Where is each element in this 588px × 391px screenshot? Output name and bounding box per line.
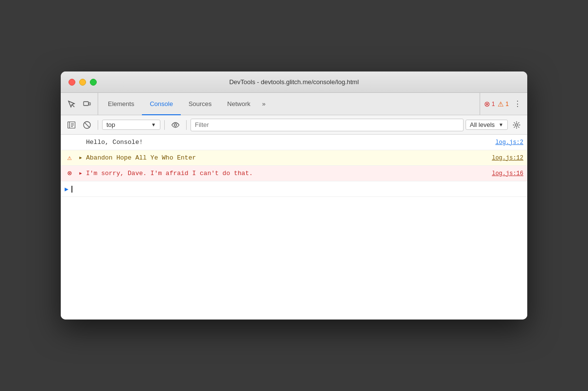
live-expressions-button[interactable] [169,118,182,132]
warning-row-icon: ⚠ [65,153,74,163]
error-source-link[interactable]: log.js:16 [492,170,523,177]
devtools-window: DevTools - devtools.glitch.me/console/lo… [61,71,527,320]
warning-message: Abandon Hope All Ye Who Enter [86,154,488,161]
svg-point-11 [516,124,518,126]
console-input-row[interactable]: ▶ [61,181,527,197]
warning-source-link[interactable]: log.js:12 [492,155,523,161]
filter-input[interactable] [190,119,464,131]
traffic-lights [69,79,97,86]
svg-line-0 [72,105,74,107]
console-output: Hello, Console! log.js:2 ⚠ ▶ Abandon Hop… [61,135,527,320]
show-sidebar-button[interactable] [65,118,78,132]
info-expand [77,139,84,146]
svg-rect-2 [89,103,90,105]
tab-elements[interactable]: Elements [100,93,142,115]
svg-rect-1 [84,102,88,106]
console-row-info: Hello, Console! log.js:2 [61,135,527,150]
info-source-link[interactable]: log.js:2 [495,139,523,146]
console-toolbar: top ▼ All levels ▼ [61,115,527,135]
error-message: I'm sorry, Dave. I'm afraid I can't do t… [86,170,488,177]
svg-point-10 [174,124,177,126]
tab-sources[interactable]: Sources [181,93,220,115]
title-bar: DevTools - devtools.glitch.me/console/lo… [61,71,527,93]
tab-bar-tools [65,93,98,115]
error-count-badge: ⊗ 1 [484,100,495,108]
more-options-button[interactable]: ⋮ [512,97,523,110]
javascript-context-select[interactable]: top ▼ [102,120,160,130]
error-expand[interactable]: ▶ [77,170,84,177]
tab-console[interactable]: Console [142,93,181,115]
window-title: DevTools - devtools.glitch.me/console/lo… [229,78,359,86]
error-row-icon: ⊗ [65,169,74,178]
tab-network[interactable]: Network [220,93,259,115]
prompt-chevron-icon: ▶ [65,185,69,193]
input-cursor [71,186,72,193]
warning-count-badge: ⚠ 1 [498,100,509,108]
warning-expand[interactable]: ▶ [77,155,84,161]
maximize-button[interactable] [90,79,97,86]
main-tabs: Elements Console Sources Network » [100,93,480,115]
minimize-button[interactable] [79,79,86,86]
log-level-select[interactable]: All levels ▼ [466,120,508,130]
console-settings-button[interactable] [510,118,523,132]
console-row-warning: ⚠ ▶ Abandon Hope All Ye Who Enter log.js… [61,150,527,166]
inspect-element-button[interactable] [65,97,78,111]
toolbar-divider-1 [98,120,98,130]
info-message: Hello, Console! [86,139,491,146]
toolbar-divider-2 [164,120,165,130]
svg-line-9 [85,123,89,127]
more-tabs-button[interactable]: » [258,93,269,115]
tab-bar-status: ⊗ 1 ⚠ 1 ⋮ [480,93,523,115]
close-button[interactable] [69,79,75,86]
info-row-icon [65,138,74,147]
toolbar-divider-3 [186,120,187,130]
warning-icon: ⚠ [498,100,504,108]
clear-console-button[interactable] [80,118,94,132]
device-toolbar-button[interactable] [80,97,94,111]
error-icon: ⊗ [484,100,490,108]
console-row-error: ⊗ ▶ I'm sorry, Dave. I'm afraid I can't … [61,166,527,181]
tab-bar: Elements Console Sources Network » ⊗ 1 ⚠ [61,93,527,115]
